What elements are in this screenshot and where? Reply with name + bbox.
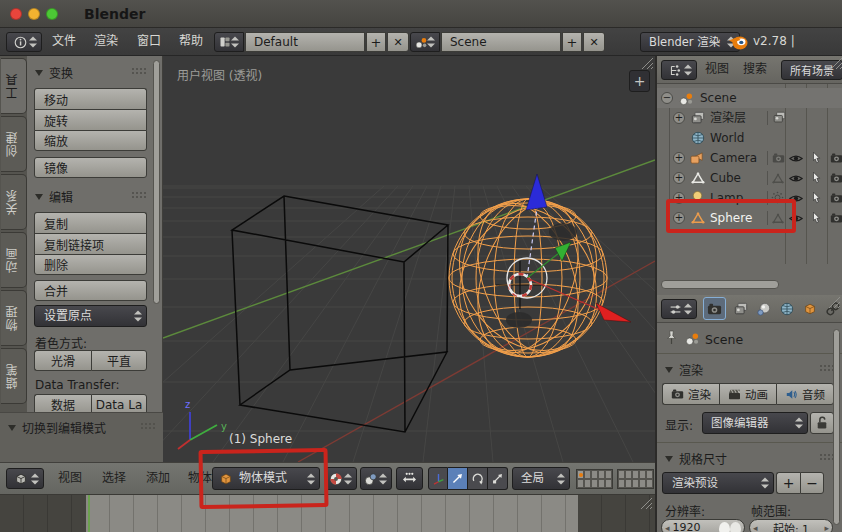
renderable-camera-icon[interactable] [830,213,842,223]
tab-scene[interactable] [752,295,775,322]
close-layout-button[interactable]: ✕ [387,32,409,52]
layer-cell[interactable] [598,479,605,488]
render-button[interactable]: 渲染 [662,383,719,405]
menu-view[interactable]: 视图 [58,463,82,494]
tab-render[interactable] [703,297,726,320]
resolution-x-slider[interactable]: ◂ 1920 [661,519,745,532]
set-origin-dropdown[interactable]: 设置原点 [34,305,147,327]
render-audio-button[interactable]: 音频 [776,383,834,405]
tab-tools[interactable]: 工具 [1,58,27,114]
render-panel-header[interactable]: 渲染 [665,361,703,378]
renderable-camera-icon[interactable] [830,173,842,183]
layer-cell[interactable] [632,470,639,479]
tab-object[interactable] [798,295,821,322]
transform-orientation-dropdown[interactable]: 全局 [512,467,570,490]
slider-right-arrow-icon[interactable]: ▸ [821,523,832,532]
layer-cell[interactable] [639,479,646,488]
outliner-hscrollbar[interactable] [661,280,779,289]
axis-manipulator-button[interactable] [428,467,448,490]
close-window-button[interactable] [10,8,22,20]
layer-cell[interactable] [577,479,584,488]
outliner-editor-type-button[interactable] [661,60,697,80]
operator-panel-header[interactable]: 切换到编辑模式 [8,419,106,436]
layer-cell[interactable] [591,479,598,488]
expand-icon[interactable]: + [673,172,685,184]
render-engine-dropdown[interactable]: Blender 渲染 [640,32,740,52]
selectable-cursor-icon[interactable] [812,191,821,204]
shade-smooth-button[interactable]: 光滑 [34,350,91,371]
menu-select[interactable]: 选择 [102,463,126,494]
properties-scrollbar[interactable] [833,329,840,525]
renderable-camera-icon[interactable] [830,153,842,163]
visibility-eye-icon[interactable] [789,153,803,164]
close-scene-button[interactable]: ✕ [583,32,605,52]
menu-window[interactable]: 窗口 [137,28,161,55]
layer-cell[interactable] [646,470,653,479]
layer-grid-2[interactable] [617,469,654,489]
add-preset-button[interactable]: + [776,472,800,494]
remove-preset-button[interactable]: − [800,472,824,494]
corner-resize-grip[interactable] [640,497,653,510]
rotate-button[interactable]: 旋转 [34,109,147,130]
edit-panel-header[interactable]: 编辑 [35,188,73,205]
tab-world[interactable] [775,295,798,322]
join-button[interactable]: 合并 [34,280,147,301]
layer-cell[interactable] [646,479,653,488]
panel-grip-icon[interactable] [131,67,146,76]
selectable-cursor-icon[interactable] [812,151,821,164]
slider-left-arrow-icon[interactable]: ◂ [750,523,761,532]
transform-panel-header[interactable]: 变换 [35,64,73,81]
corner-resize-grip[interactable] [830,57,842,70]
tab-physics[interactable]: 物理 [1,290,27,346]
mirror-button[interactable]: 镜像 [34,157,147,178]
layer-cell[interactable] [625,479,632,488]
duplicate-button[interactable]: 复制 [34,212,147,233]
info-editor-type-button[interactable] [6,32,42,52]
layer-cell[interactable] [625,470,632,479]
panel-grip-icon[interactable] [819,364,834,373]
layer-cell[interactable] [584,470,591,479]
lock-interface-button[interactable] [810,412,834,434]
shade-flat-button[interactable]: 平直 [91,350,147,371]
layer-cell[interactable] [618,479,625,488]
camera-data-icon[interactable] [772,153,785,163]
menu-help[interactable]: 帮助 [179,28,203,55]
move-button[interactable]: 移动 [34,88,147,109]
outliner-menu-search[interactable]: 搜索 [743,56,767,83]
layer-cell[interactable] [605,479,612,488]
add-scene-button[interactable]: + [562,32,582,52]
z-axis-arrow-icon[interactable] [526,174,547,210]
cursor-3d[interactable] [496,261,544,309]
layer-grid-1[interactable] [576,469,613,489]
scale-manipulator-button[interactable] [488,467,508,490]
tab-create[interactable]: 创建 [1,116,27,172]
properties-editor-type-button[interactable] [661,299,697,319]
maximize-window-button[interactable] [46,8,58,20]
display-dropdown[interactable]: 图像编辑器 [702,412,808,434]
delete-button[interactable]: 删除 [34,254,147,275]
corner-resize-grip[interactable] [641,57,654,70]
outliner-row-cube[interactable]: + Cube [657,168,842,188]
menu-add[interactable]: 添加 [146,463,170,494]
render-animation-button[interactable]: 动画 [719,383,776,405]
screen-layout-browse-button[interactable] [214,32,244,52]
scene-browse-button[interactable] [410,32,440,52]
cube-wireframe[interactable] [232,196,448,432]
expand-icon[interactable]: + [673,152,685,164]
z-axis-handle[interactable] [527,208,537,278]
panel-grip-icon[interactable] [131,191,146,200]
expand-icon[interactable]: + [673,112,685,124]
tab-animation[interactable]: 动画 [1,232,27,288]
slider-left-arrow-icon[interactable]: ◂ [662,523,673,532]
menu-file[interactable]: 文件 [52,28,76,55]
pin-icon[interactable] [665,330,678,345]
layer-cell-active[interactable] [577,470,584,479]
collapse-icon[interactable]: − [661,92,673,104]
outliner-row-scene[interactable]: − Scene [657,88,842,108]
layer-cell[interactable] [591,470,598,479]
tab-relations[interactable]: 关系 [1,174,27,230]
screen-layout-name-field[interactable]: Default [245,32,365,52]
selectable-cursor-icon[interactable] [812,171,821,184]
renderable-camera-icon[interactable] [830,193,842,203]
visibility-eye-icon[interactable] [789,173,803,184]
